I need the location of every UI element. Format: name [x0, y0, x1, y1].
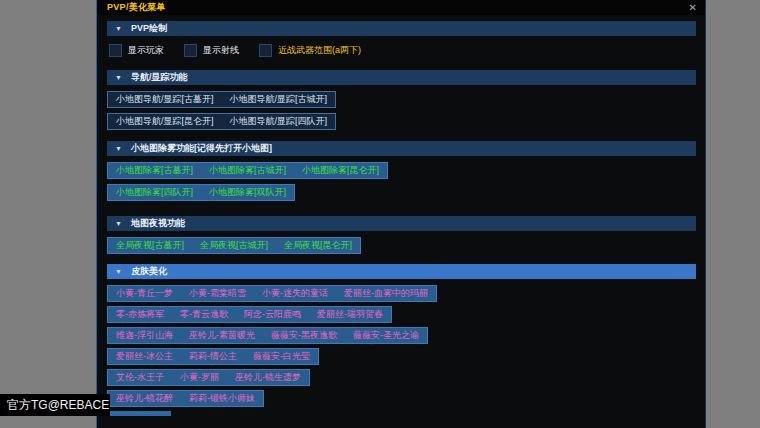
section-title: 导航/显踪功能 — [131, 71, 188, 84]
nav-button[interactable]: 小地图导航/显踪[昆仑开] — [116, 115, 214, 128]
skin-row: 维迦-浮引山海 巫铃儿-素茵暖光 薇薇安-黑夜逸歌 薇薇安-圣光之谕 — [107, 327, 696, 344]
skin-button[interactable]: 小黄-霜棠暗雪 — [189, 287, 246, 300]
collapse-arrow-icon: ▼ — [115, 145, 122, 152]
skin-button[interactable]: 零-赤炼将军 — [116, 308, 164, 321]
skin-row: 小黄-青丘一梦 小黄-霜棠暗雪 小黄-迷失的童话 爱丽丝-血雾中的玛丽 — [107, 285, 696, 302]
nav-button[interactable]: 小地图导航/显踪[四队开] — [230, 115, 328, 128]
checkbox-label: 近战武器范围(a两下) — [278, 44, 361, 57]
checkbox-show-rays[interactable] — [184, 44, 197, 57]
menu-content: ▼ PVP绘制 显示玩家 显示射线 近战武器范围(a两下) ▼ 导航/显踪功能 … — [97, 21, 705, 416]
skin-row: 零-赤炼将军 零-青云逸歌 阿念-云阳鹿鸣 爱丽丝-瑞羽贺春 — [107, 306, 696, 323]
button-group: 小地图除雾[古墓开] 小地图除雾[古城开] 小地图除雾[昆仑开] — [107, 162, 388, 179]
night-vision-button[interactable]: 全局夜视[昆仑开] — [284, 239, 352, 252]
collapse-arrow-icon: ▼ — [115, 25, 122, 32]
fog-button[interactable]: 小地图除雾[古墓开] — [116, 164, 193, 177]
section-title: PVP绘制 — [131, 22, 167, 35]
collapse-arrow-icon: ▼ — [115, 268, 122, 275]
night-vision-button[interactable]: 全局夜视[古城开] — [200, 239, 268, 252]
collapse-arrow-icon: ▼ — [115, 220, 122, 227]
menu-window: PVP/美化菜单 ✕ ▼ PVP绘制 显示玩家 显示射线 近战武器范围(a两下)… — [96, 0, 706, 428]
button-group: 维迦-浮引山海 巫铃儿-素茵暖光 薇薇安-黑夜逸歌 薇薇安-圣光之谕 — [107, 327, 428, 344]
button-group: 巫铃儿-镜花醉 莉莉-锻铁小师妹 — [107, 390, 264, 407]
skin-button[interactable]: 巫铃儿-镜花醉 — [116, 392, 173, 405]
checkbox-label: 显示玩家 — [128, 44, 164, 57]
skin-button[interactable]: 小黄-罗丽 — [180, 371, 219, 384]
window-title: PVP/美化菜单 — [107, 1, 166, 14]
fog-button[interactable]: 小地图除雾[古城开] — [209, 164, 286, 177]
fog-row: 小地图除雾[古墓开] 小地图除雾[古城开] 小地图除雾[昆仑开] — [107, 162, 696, 179]
skin-button[interactable]: 巫铃儿-镜生遗梦 — [235, 371, 301, 384]
skin-button[interactable]: 维迦-浮引山海 — [116, 329, 173, 342]
skin-button[interactable]: 阿念-云阳鹿鸣 — [244, 308, 301, 321]
nav-row: 小地图导航/显踪[昆仑开] 小地图导航/显踪[四队开] — [107, 113, 696, 130]
skin-row: 爱丽丝-冰公主 莉莉-情公主 薇薇安-白光莹 — [107, 348, 696, 365]
pvp-draw-options-row: 显示玩家 显示射线 近战武器范围(a两下) — [109, 42, 696, 58]
fog-button[interactable]: 小地图除雾[昆仑开] — [302, 164, 379, 177]
fog-button[interactable]: 小地图除雾[双队开] — [209, 186, 286, 199]
close-icon[interactable]: ✕ — [689, 3, 697, 13]
button-group: 小地图导航/显踪[昆仑开] 小地图导航/显踪[四队开] — [107, 113, 336, 130]
nav-button[interactable]: 小地图导航/显踪[古城开] — [230, 93, 328, 106]
checkbox-melee-range[interactable] — [259, 44, 272, 57]
section-title: 皮肤美化 — [131, 265, 167, 278]
button-group: 小地图除雾[四队开] 小地图除雾[双队开] — [107, 184, 295, 201]
skin-button[interactable]: 巫铃儿-素茵暖光 — [189, 329, 255, 342]
skin-button[interactable]: 爱丽丝-血雾中的玛丽 — [344, 287, 428, 300]
checkbox-show-players[interactable] — [109, 44, 122, 57]
section-header-fog[interactable]: ▼ 小地图除雾功能[记得先打开小地图] — [107, 141, 696, 156]
skin-row: 艾伦-水王子 小黄-罗丽 巫铃儿-镜生遗梦 — [107, 369, 696, 386]
section-title: 地图夜视功能 — [131, 217, 185, 230]
fog-row: 小地图除雾[四队开] 小地图除雾[双队开] — [107, 184, 696, 201]
skin-button[interactable]: 莉莉-锻铁小师妹 — [189, 392, 255, 405]
skin-button[interactable]: 小黄-迷失的童话 — [262, 287, 328, 300]
button-group: 零-赤炼将军 零-青云逸歌 阿念-云阳鹿鸣 爱丽丝-瑞羽贺春 — [107, 306, 392, 323]
night-vision-row: 全局夜视[古墓开] 全局夜视[古城开] 全局夜视[昆仑开] — [107, 237, 696, 254]
skin-row: 巫铃儿-镜花醉 莉莉-锻铁小师妹 — [107, 390, 696, 407]
button-group: 全局夜视[古墓开] 全局夜视[古城开] 全局夜视[昆仑开] — [107, 237, 361, 254]
watermark-text: 官方TG@REBACE — [0, 397, 109, 414]
section-header-pvp-draw[interactable]: ▼ PVP绘制 — [107, 21, 696, 36]
checkbox-label: 显示射线 — [203, 44, 239, 57]
skin-button[interactable]: 薇薇安-黑夜逸歌 — [271, 329, 337, 342]
truncated-row-strip — [107, 411, 171, 416]
night-vision-button[interactable]: 全局夜视[古墓开] — [116, 239, 184, 252]
button-group: 小地图导航/显踪[古墓开] 小地图导航/显踪[古城开] — [107, 91, 336, 108]
skin-button[interactable]: 艾伦-水王子 — [116, 371, 164, 384]
collapse-arrow-icon: ▼ — [115, 74, 122, 81]
skin-button[interactable]: 爱丽丝-瑞羽贺春 — [317, 308, 383, 321]
title-bar[interactable]: PVP/美化菜单 ✕ — [97, 0, 705, 15]
skin-button[interactable]: 莉莉-情公主 — [189, 350, 237, 363]
section-title: 小地图除雾功能[记得先打开小地图] — [131, 142, 272, 155]
desktop: PVP/美化菜单 ✕ ▼ PVP绘制 显示玩家 显示射线 近战武器范围(a两下)… — [0, 0, 760, 428]
skin-button[interactable]: 零-青云逸歌 — [180, 308, 228, 321]
button-group: 小黄-青丘一梦 小黄-霜棠暗雪 小黄-迷失的童话 爱丽丝-血雾中的玛丽 — [107, 285, 437, 302]
skin-button[interactable]: 薇薇安-圣光之谕 — [353, 329, 419, 342]
skin-button[interactable]: 爱丽丝-冰公主 — [116, 350, 173, 363]
section-header-skins[interactable]: ▼ 皮肤美化 — [107, 264, 696, 279]
section-header-nav[interactable]: ▼ 导航/显踪功能 — [107, 70, 696, 85]
fog-button[interactable]: 小地图除雾[四队开] — [116, 186, 193, 199]
button-group: 爱丽丝-冰公主 莉莉-情公主 薇薇安-白光莹 — [107, 348, 319, 365]
skin-button[interactable]: 小黄-青丘一梦 — [116, 287, 173, 300]
nav-row: 小地图导航/显踪[古墓开] 小地图导航/显踪[古城开] — [107, 91, 696, 108]
watermark: 官方TG@REBACE — [0, 394, 110, 416]
section-header-night-vision[interactable]: ▼ 地图夜视功能 — [107, 216, 696, 231]
skin-button[interactable]: 薇薇安-白光莹 — [253, 350, 310, 363]
nav-button[interactable]: 小地图导航/显踪[古墓开] — [116, 93, 214, 106]
button-group: 艾伦-水王子 小黄-罗丽 巫铃儿-镜生遗梦 — [107, 369, 310, 386]
